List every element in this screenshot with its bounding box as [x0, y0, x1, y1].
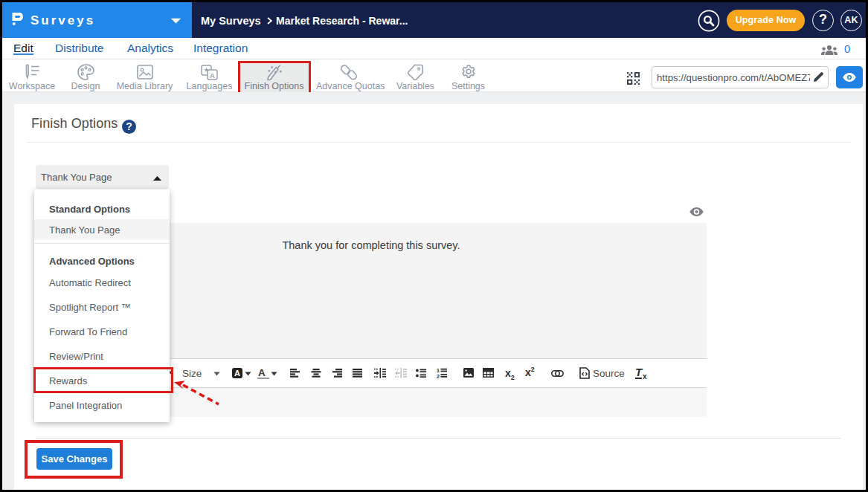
- svg-text:2: 2: [437, 374, 440, 379]
- svg-text:1: 1: [437, 368, 440, 373]
- svg-text:A: A: [210, 71, 215, 80]
